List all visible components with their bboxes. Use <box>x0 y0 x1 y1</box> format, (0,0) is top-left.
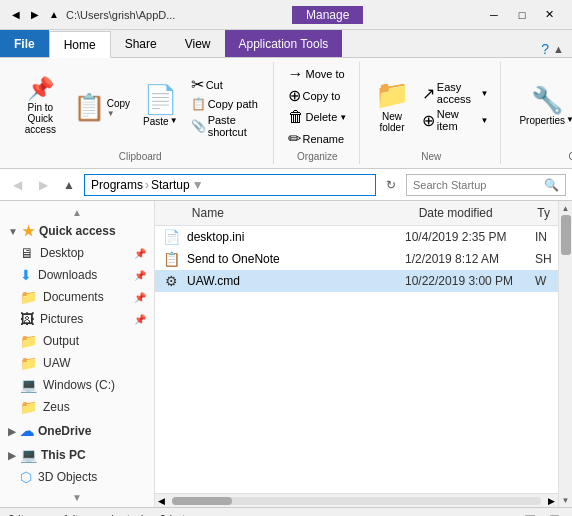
move-to-button[interactable]: → Move to <box>284 64 352 84</box>
sidebar-item-output[interactable]: 📁 Output <box>0 330 154 352</box>
desktop-icon: 🖥 <box>20 245 34 261</box>
tab-application-tools[interactable]: Application Tools <box>225 30 343 57</box>
tab-file[interactable]: File <box>0 30 49 57</box>
title-icon-up[interactable]: ▲ <box>46 7 62 23</box>
large-icon-view-button[interactable]: ⊞ <box>544 510 564 517</box>
breadcrumb-startup[interactable]: Startup <box>151 178 190 192</box>
hscroll-right[interactable]: ▶ <box>545 496 558 506</box>
onedrive-icon: ☁ <box>20 423 34 439</box>
col-header-name[interactable]: Name <box>184 204 411 222</box>
ribbon-help-icon[interactable]: ? <box>541 41 549 57</box>
cut-icon: ✂ <box>191 75 204 94</box>
sidebar-item-uaw-label: UAW <box>43 356 71 370</box>
vscroll-thumb[interactable] <box>561 215 571 255</box>
sidebar-scroll-up[interactable]: ▲ <box>72 207 82 218</box>
details-view-button[interactable]: ▦ <box>520 510 540 517</box>
item-count: 3 items <box>8 513 47 517</box>
hscroll-left[interactable]: ◀ <box>155 496 168 506</box>
col-header-date[interactable]: Date modified <box>411 204 530 222</box>
uaw-icon: 📁 <box>20 355 37 371</box>
quick-access-header[interactable]: ▼ ★ Quick access <box>0 220 154 242</box>
sidebar-item-3dobjects-label: 3D Objects <box>38 470 97 484</box>
vertical-scrollbar[interactable]: ▲ ▼ <box>558 201 572 507</box>
tab-view[interactable]: View <box>171 30 225 57</box>
breadcrumb-sep: › <box>145 178 149 192</box>
vscroll-up[interactable]: ▲ <box>559 201 573 215</box>
sidebar-scroll-down[interactable]: ▼ <box>72 492 82 503</box>
maximize-button[interactable]: □ <box>508 4 536 26</box>
pin-icon: 📌 <box>27 78 54 100</box>
new-folder-button[interactable]: 📁 Newfolder <box>370 77 414 137</box>
file-type-uaw-cmd: W <box>535 274 558 288</box>
pictures-icon: 🖼 <box>20 311 34 327</box>
minimize-button[interactable]: ─ <box>480 4 508 26</box>
open-label: Open <box>569 151 572 162</box>
sidebar-item-output-label: Output <box>43 334 79 348</box>
file-name-desktop-ini: desktop.ini <box>187 230 405 244</box>
organize-col: → Move to ⊕ Copy to 🗑 Delete ▼ ✏ Rena <box>284 64 352 149</box>
sidebar-item-zeus-label: Zeus <box>43 400 70 414</box>
ribbon-collapse-icon[interactable]: ▲ <box>553 43 564 55</box>
breadcrumb[interactable]: Programs › Startup ▼ <box>84 174 376 196</box>
horizontal-scrollbar[interactable]: ◀ ▶ <box>155 493 558 507</box>
title-icon-forward[interactable]: ▶ <box>27 7 43 23</box>
delete-icon: 🗑 <box>288 108 304 126</box>
file-list: 📄 desktop.ini 10/4/2019 2:35 PM IN 📋 Sen… <box>155 226 558 493</box>
paste-button[interactable]: 📄 Paste ▼ <box>138 82 183 131</box>
file-row-desktop-ini[interactable]: 📄 desktop.ini 10/4/2019 2:35 PM IN <box>155 226 558 248</box>
sidebar-item-desktop[interactable]: 🖥 Desktop 📌 <box>0 242 154 264</box>
tab-share[interactable]: Share <box>111 30 171 57</box>
file-row-sendtoonenote[interactable]: 📋 Send to OneNote 1/2/2019 8:12 AM SH <box>155 248 558 270</box>
sidebar-item-zeus[interactable]: 📁 Zeus <box>0 396 154 418</box>
output-icon: 📁 <box>20 333 37 349</box>
rename-button[interactable]: ✏ Rename <box>284 128 352 149</box>
delete-button[interactable]: 🗑 Delete ▼ <box>284 107 352 127</box>
up-button[interactable]: ▲ <box>58 174 80 196</box>
file-name-sendtoonenote: Send to OneNote <box>187 252 405 266</box>
search-input[interactable] <box>413 179 540 191</box>
sidebar-item-downloads[interactable]: ⬇ Downloads 📌 <box>0 264 154 286</box>
hscroll-track <box>172 497 541 505</box>
copy-path-button[interactable]: 📋 Copy path <box>187 96 265 112</box>
col-header-type[interactable]: Ty <box>529 204 558 222</box>
onedrive-label: OneDrive <box>38 424 91 438</box>
file-type-desktop-ini: IN <box>535 230 558 244</box>
onedrive-expand: ▶ <box>8 426 16 437</box>
close-button[interactable]: ✕ <box>536 4 564 26</box>
back-button[interactable]: ◀ <box>6 174 28 196</box>
quick-access-star-icon: ★ <box>22 223 35 239</box>
sidebar-item-uaw[interactable]: 📁 UAW <box>0 352 154 374</box>
title-icon-back[interactable]: ◀ <box>8 7 24 23</box>
vscroll-down[interactable]: ▼ <box>559 493 573 507</box>
sidebar-item-pictures[interactable]: 🖼 Pictures 📌 <box>0 308 154 330</box>
file-row-uaw-cmd[interactable]: ⚙ UAW.cmd 10/22/2019 3:00 PM W <box>155 270 558 292</box>
paste-shortcut-button[interactable]: 📎 Paste shortcut <box>187 113 265 139</box>
cut-button[interactable]: ✂ Cut <box>187 74 265 95</box>
search-box[interactable]: 🔍 <box>406 174 566 196</box>
sidebar-item-documents[interactable]: 📁 Documents 📌 <box>0 286 154 308</box>
file-header: Name Date modified Ty <box>155 201 558 226</box>
ribbon-group-open: 🔧 Properties ▼ ↗ Open ▼ ✏ Edit <box>503 62 572 164</box>
hscroll-thumb[interactable] <box>172 497 232 505</box>
thispc-header[interactable]: ▶ 💻 This PC <box>0 444 154 466</box>
sidebar: ▲ ▼ ★ Quick access 🖥 Desktop 📌 ⬇ Downloa… <box>0 201 155 507</box>
tab-home[interactable]: Home <box>49 31 111 58</box>
refresh-button[interactable]: ↻ <box>380 174 402 196</box>
new-item-button[interactable]: ⊕ New item ▼ <box>418 107 493 133</box>
status-bar: 3 items 1 item selected 0 bytes ▦ ⊞ <box>0 507 572 516</box>
ribbon-group-clipboard: 📌 Pin to Quick access 📋 Copy ▼ 📄 <box>8 62 274 164</box>
copy-button[interactable]: 📋 Copy ▼ <box>69 92 134 122</box>
breadcrumb-programs[interactable]: Programs <box>91 178 143 192</box>
pin-to-quick-access-button[interactable]: 📌 Pin to Quick access <box>16 74 65 139</box>
onedrive-header[interactable]: ▶ ☁ OneDrive <box>0 420 154 442</box>
copy-to-button[interactable]: ⊕ Copy to <box>284 85 352 106</box>
easy-access-button[interactable]: ↗ Easy access ▼ <box>418 80 493 106</box>
sidebar-item-windows-c[interactable]: 💻 Windows (C:) <box>0 374 154 396</box>
properties-button[interactable]: 🔧 Properties ▼ <box>511 83 572 130</box>
forward-button[interactable]: ▶ <box>32 174 54 196</box>
thispc-expand: ▶ <box>8 450 16 461</box>
organize-items: → Move to ⊕ Copy to 🗑 Delete ▼ ✏ Rena <box>284 64 352 149</box>
sidebar-item-pictures-label: Pictures <box>40 312 83 326</box>
sidebar-item-3d-objects[interactable]: ⬡ 3D Objects <box>0 466 154 488</box>
copy-icon: 📋 <box>73 94 105 120</box>
